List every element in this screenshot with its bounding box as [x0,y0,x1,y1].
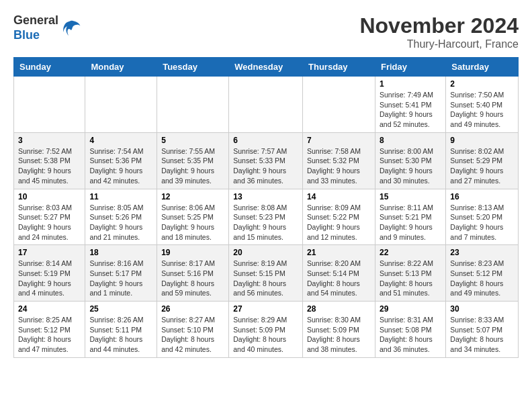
calendar-cell: 23Sunrise: 8:23 AM Sunset: 5:12 PM Dayli… [446,245,519,302]
day-number: 18 [89,248,152,257]
day-info: Sunrise: 8:26 AM Sunset: 5:11 PM Dayligh… [89,315,152,355]
calendar-cell: 19Sunrise: 8:17 AM Sunset: 5:16 PM Dayli… [157,245,229,302]
calendar-cell: 2Sunrise: 7:50 AM Sunset: 5:40 PM Daylig… [446,77,519,133]
day-info: Sunrise: 8:03 AM Sunset: 5:27 PM Dayligh… [18,203,81,242]
logo-general: General [13,13,58,27]
day-info: Sunrise: 8:02 AM Sunset: 5:29 PM Dayligh… [450,146,514,186]
calendar-cell: 24Sunrise: 8:25 AM Sunset: 5:12 PM Dayli… [14,302,85,358]
day-info: Sunrise: 7:58 AM Sunset: 5:32 PM Dayligh… [307,146,371,186]
day-number: 10 [18,192,81,201]
day-info: Sunrise: 8:33 AM Sunset: 5:07 PM Dayligh… [450,315,514,355]
calendar-cell: 5Sunrise: 7:55 AM Sunset: 5:35 PM Daylig… [157,132,229,189]
calendar-cell: 7Sunrise: 7:58 AM Sunset: 5:32 PM Daylig… [303,132,375,189]
day-number: 26 [161,304,224,314]
calendar-cell: 3Sunrise: 7:52 AM Sunset: 5:38 PM Daylig… [14,132,85,189]
day-info: Sunrise: 7:55 AM Sunset: 5:35 PM Dayligh… [161,146,224,186]
day-info: Sunrise: 8:23 AM Sunset: 5:12 PM Dayligh… [450,259,514,298]
day-number: 22 [380,248,441,257]
calendar-week-2: 3Sunrise: 7:52 AM Sunset: 5:38 PM Daylig… [14,132,519,189]
calendar-table: SundayMondayTuesdayWednesdayThursdayFrid… [13,57,519,358]
calendar-cell: 17Sunrise: 8:14 AM Sunset: 5:19 PM Dayli… [14,245,85,302]
calendar-cell: 25Sunrise: 8:26 AM Sunset: 5:11 PM Dayli… [85,302,157,358]
logo-blue: Blue [13,28,40,42]
day-info: Sunrise: 8:30 AM Sunset: 5:09 PM Dayligh… [307,315,371,355]
day-info: Sunrise: 8:25 AM Sunset: 5:12 PM Dayligh… [18,315,81,355]
calendar-cell [229,77,303,133]
day-number: 13 [233,192,298,201]
day-number: 15 [380,192,441,201]
day-number: 4 [89,136,152,145]
day-info: Sunrise: 8:31 AM Sunset: 5:08 PM Dayligh… [380,315,441,355]
day-info: Sunrise: 7:49 AM Sunset: 5:41 PM Dayligh… [380,90,441,130]
calendar-cell: 12Sunrise: 8:06 AM Sunset: 5:25 PM Dayli… [157,189,229,245]
day-number: 17 [18,248,81,257]
calendar-week-3: 10Sunrise: 8:03 AM Sunset: 5:27 PM Dayli… [14,189,519,245]
day-number: 6 [233,136,298,145]
day-number: 25 [89,304,152,314]
day-number: 19 [161,248,224,257]
weekday-header-monday: Monday [85,58,157,77]
day-number: 20 [233,248,298,257]
calendar-cell [157,77,229,133]
calendar-cell: 14Sunrise: 8:09 AM Sunset: 5:22 PM Dayli… [303,189,375,245]
day-info: Sunrise: 8:16 AM Sunset: 5:17 PM Dayligh… [89,259,152,298]
logo: General Blue [13,13,81,42]
day-number: 28 [307,304,371,314]
day-info: Sunrise: 8:14 AM Sunset: 5:19 PM Dayligh… [18,259,81,298]
day-number: 23 [450,248,514,257]
day-info: Sunrise: 7:57 AM Sunset: 5:33 PM Dayligh… [233,146,298,186]
weekday-header-saturday: Saturday [446,58,519,77]
calendar-cell: 21Sunrise: 8:20 AM Sunset: 5:14 PM Dayli… [303,245,375,302]
day-info: Sunrise: 7:54 AM Sunset: 5:36 PM Dayligh… [89,146,152,186]
month-title: November 2024 [359,13,519,38]
location: Thury-Harcourt, France [359,38,519,50]
calendar-cell: 20Sunrise: 8:19 AM Sunset: 5:15 PM Dayli… [229,245,303,302]
weekday-header-tuesday: Tuesday [157,58,229,77]
day-number: 21 [307,248,371,257]
calendar-cell [14,77,85,133]
day-info: Sunrise: 8:22 AM Sunset: 5:13 PM Dayligh… [380,259,441,298]
calendar-cell: 1Sunrise: 7:49 AM Sunset: 5:41 PM Daylig… [375,77,445,133]
day-info: Sunrise: 8:06 AM Sunset: 5:25 PM Dayligh… [161,203,224,242]
weekday-header-thursday: Thursday [303,58,375,77]
calendar-cell: 13Sunrise: 8:08 AM Sunset: 5:23 PM Dayli… [229,189,303,245]
calendar-week-5: 24Sunrise: 8:25 AM Sunset: 5:12 PM Dayli… [14,302,519,358]
day-number: 7 [307,136,371,145]
day-info: Sunrise: 8:05 AM Sunset: 5:26 PM Dayligh… [89,203,152,242]
weekday-header-wednesday: Wednesday [229,58,303,77]
calendar-cell: 18Sunrise: 8:16 AM Sunset: 5:17 PM Dayli… [85,245,157,302]
calendar-cell [303,77,375,133]
day-number: 14 [307,192,371,201]
calendar-cell: 15Sunrise: 8:11 AM Sunset: 5:21 PM Dayli… [375,189,445,245]
day-info: Sunrise: 8:20 AM Sunset: 5:14 PM Dayligh… [307,259,371,298]
day-number: 1 [380,79,441,89]
weekday-header-friday: Friday [375,58,445,77]
logo-icon [61,18,81,38]
day-number: 29 [380,304,441,314]
day-info: Sunrise: 8:17 AM Sunset: 5:16 PM Dayligh… [161,259,224,298]
day-info: Sunrise: 8:27 AM Sunset: 5:10 PM Dayligh… [161,315,224,355]
calendar-cell: 4Sunrise: 7:54 AM Sunset: 5:36 PM Daylig… [85,132,157,189]
weekday-header-sunday: Sunday [14,58,85,77]
calendar-cell: 11Sunrise: 8:05 AM Sunset: 5:26 PM Dayli… [85,189,157,245]
calendar-cell: 30Sunrise: 8:33 AM Sunset: 5:07 PM Dayli… [446,302,519,358]
calendar-header-row: SundayMondayTuesdayWednesdayThursdayFrid… [14,58,519,77]
calendar-cell: 29Sunrise: 8:31 AM Sunset: 5:08 PM Dayli… [375,302,445,358]
day-info: Sunrise: 8:29 AM Sunset: 5:09 PM Dayligh… [233,315,298,355]
day-info: Sunrise: 8:13 AM Sunset: 5:20 PM Dayligh… [450,203,514,242]
day-number: 9 [450,136,514,145]
calendar-week-1: 1Sunrise: 7:49 AM Sunset: 5:41 PM Daylig… [14,77,519,133]
day-number: 2 [450,79,514,89]
day-number: 5 [161,136,224,145]
day-info: Sunrise: 8:19 AM Sunset: 5:15 PM Dayligh… [233,259,298,298]
calendar-week-4: 17Sunrise: 8:14 AM Sunset: 5:19 PM Dayli… [14,245,519,302]
page-header: General Blue November 2024 Thury-Harcour… [13,13,519,50]
calendar-cell: 27Sunrise: 8:29 AM Sunset: 5:09 PM Dayli… [229,302,303,358]
calendar-cell: 6Sunrise: 7:57 AM Sunset: 5:33 PM Daylig… [229,132,303,189]
calendar-cell: 10Sunrise: 8:03 AM Sunset: 5:27 PM Dayli… [14,189,85,245]
day-number: 16 [450,192,514,201]
calendar-cell: 26Sunrise: 8:27 AM Sunset: 5:10 PM Dayli… [157,302,229,358]
day-info: Sunrise: 8:08 AM Sunset: 5:23 PM Dayligh… [233,203,298,242]
calendar-cell: 8Sunrise: 8:00 AM Sunset: 5:30 PM Daylig… [375,132,445,189]
calendar-cell: 28Sunrise: 8:30 AM Sunset: 5:09 PM Dayli… [303,302,375,358]
